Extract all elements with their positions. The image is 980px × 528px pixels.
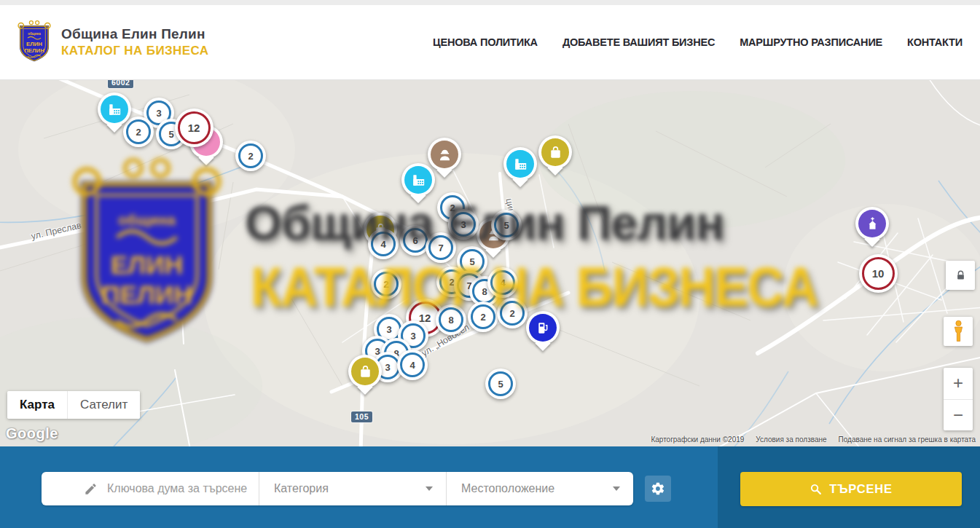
search-icon [810,483,822,495]
nav-item-add-business[interactable]: ДОБАВЕТЕ ВАШИЯТ БИЗНЕС [562,36,715,48]
report-error-link[interactable]: Подаване на сигнал за грешка в картата [839,436,976,444]
brand-subtitle: КАТАЛОГ НА БИЗНЕСА [61,44,208,58]
cluster-count: 10 [872,267,885,280]
cluster-marker[interactable]: 10 [859,254,898,293]
map-attribution: Картографски данни ©2019 Условия за полз… [651,436,976,444]
search-bar: Категория Местоположение Т [0,446,980,528]
terms-link[interactable]: Условия за ползване [756,436,826,444]
map-copyright: Картографски данни ©2019 [651,436,744,444]
brand-text: Община Елин Пелин КАТАЛОГ НА БИЗНЕСА [61,26,208,58]
top-strip [0,0,980,5]
search-bar-left: Категория Местоположение [0,446,718,528]
brand-title: Община Елин Пелин [61,26,208,42]
location-select-label: Местоположение [461,482,613,495]
zoom-control: + − [944,368,973,430]
map-type-satellite-button[interactable]: Сателит [67,391,140,419]
chevron-down-icon [613,486,620,491]
location-select[interactable]: Местоположение [446,472,633,505]
search-bar-right: ТЪРСЕНЕ [718,446,980,528]
search-button[interactable]: ТЪРСЕНЕ [740,472,962,506]
nav-item-pricing[interactable]: ЦЕНОВА ПОЛИТИКА [433,36,538,48]
map-canvas[interactable]: 6002 105 ул. Преслав бул. „Новосел ции“ … [0,80,980,446]
crest-town-word: община [28,31,41,36]
zoom-in-button[interactable]: + [944,368,973,400]
zoom-out-button[interactable]: − [944,400,973,431]
map-type-control: Карта Сателит [7,391,140,419]
chevron-down-icon [426,486,433,491]
keyword-field [42,472,259,505]
header: община ЕЛИН ПЕЛИН Община Елин Пелин КАТА… [0,5,980,80]
lock-icon [955,270,966,281]
pegman-control[interactable] [944,317,973,346]
pencil-icon [84,482,98,496]
street-view-lock-control[interactable] [946,261,975,290]
google-logo[interactable]: Google [6,425,58,442]
search-button-label: ТЪРСЕНЕ [829,482,892,496]
brand-logo[interactable]: община ЕЛИН ПЕЛИН Община Елин Пелин КАТА… [16,20,208,65]
nav-item-bus-schedule[interactable]: МАРШРУТНО РАЗПИСАНИЕ [740,36,882,48]
pegman-icon [952,320,965,343]
municipality-crest-icon: община ЕЛИН ПЕЛИН [16,20,52,65]
main-nav: ЦЕНОВА ПОЛИТИКА ДОБАВЕТЕ ВАШИЯТ БИЗНЕС М… [433,36,963,48]
crest-name-line1: ЕЛИН [26,41,42,47]
page: община ЕЛИН ПЕЛИН Община Елин Пелин КАТА… [0,0,980,528]
map-type-map-button[interactable]: Карта [7,391,67,419]
markers-top-layer: 10 [0,80,980,446]
crest-name-line2: ПЕЛИН [24,47,44,54]
category-select-label: Категория [274,482,426,495]
gear-icon [651,481,665,496]
keyword-input[interactable] [107,482,253,495]
search-field-group: Категория Местоположение [42,472,633,505]
nav-item-contacts[interactable]: КОНТАКТИ [907,36,963,48]
advanced-settings-button[interactable] [645,476,671,502]
category-select[interactable]: Категория [259,472,446,505]
